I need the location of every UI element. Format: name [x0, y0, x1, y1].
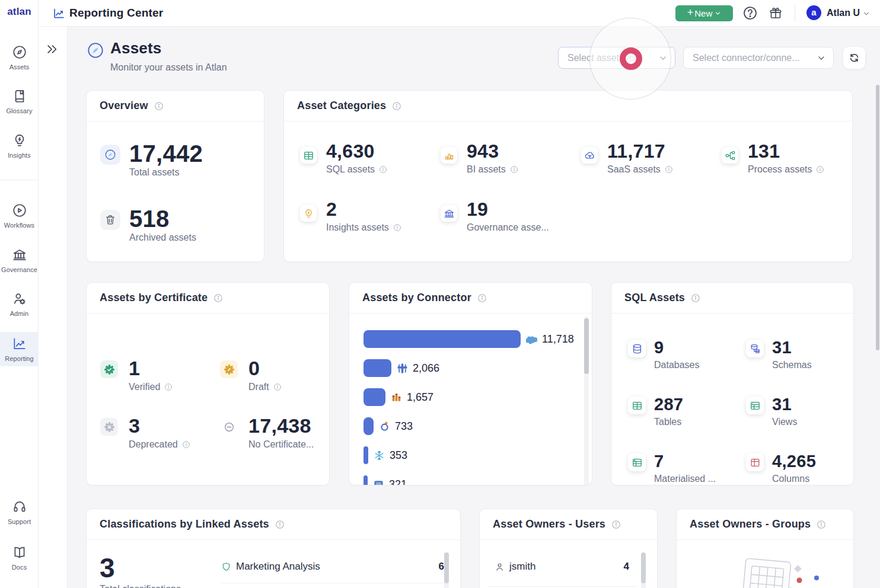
- snowflake-icon: [374, 450, 385, 461]
- stat-bi-assets: 943 BI assets: [441, 140, 581, 175]
- help-icon[interactable]: [742, 5, 758, 21]
- card-scrollbar-track[interactable]: [584, 317, 589, 485]
- connector-bar-row[interactable]: 1,657: [364, 388, 433, 406]
- app-title: Reporting Center: [69, 0, 163, 26]
- draft-badge-icon: [220, 360, 238, 378]
- info-icon[interactable]: [275, 520, 285, 529]
- stat-value: 943: [467, 140, 518, 162]
- list-divider: [221, 583, 444, 583]
- double-chevron-right-icon[interactable]: [46, 43, 59, 56]
- info-icon[interactable]: [611, 520, 621, 529]
- bar: [364, 330, 521, 348]
- stat-total-assets: 17,442 Total assets: [100, 140, 203, 178]
- bar: [364, 475, 368, 485]
- trash-icon: [100, 210, 120, 230]
- sidebar-item-docs[interactable]: Docs: [0, 544, 39, 571]
- card-scrollbar-track[interactable]: [641, 552, 646, 588]
- view-icon: [746, 397, 764, 414]
- sidebar-item-label: Reporting: [0, 355, 39, 362]
- info-icon[interactable]: [510, 165, 518, 174]
- certificates-row-2: 3 Deprecated 17,438 No Certificate...: [100, 415, 314, 450]
- connector-bar-row[interactable]: 321: [364, 475, 407, 485]
- assets-by-certificate-card: Assets by Certificate 1 Verified 0 Dr: [86, 282, 330, 485]
- sidebar-item-label: Assets: [0, 63, 39, 71]
- stat-label-text: SaaS assets: [607, 164, 661, 175]
- info-icon[interactable]: [691, 293, 700, 303]
- card-title: Classifications by Linked Assets: [100, 518, 269, 531]
- shield-icon: [221, 562, 231, 572]
- stat-draft: 0 Draft: [220, 357, 282, 392]
- chevron-down-icon: [659, 54, 667, 62]
- info-icon[interactable]: [665, 165, 673, 174]
- info-icon[interactable]: [164, 383, 173, 391]
- card-scrollbar-thumb[interactable]: [444, 552, 449, 583]
- admin-icon: [12, 291, 27, 306]
- user-menu[interactable]: Atlan U: [827, 0, 860, 26]
- stat-label: No Certificate...: [248, 439, 314, 450]
- process-icon: [722, 147, 738, 164]
- connector-bar-row[interactable]: 353: [364, 446, 407, 464]
- avatar[interactable]: a: [806, 5, 821, 20]
- stat-label: Draft: [248, 382, 282, 392]
- sidebar-item-reporting[interactable]: Reporting: [0, 332, 39, 366]
- sidebar-item-assets[interactable]: Assets: [0, 43, 39, 71]
- stat-tables: 287 Tables: [628, 395, 746, 427]
- connector-select[interactable]: Select connector/conne...: [683, 47, 834, 69]
- stat-label: Schemas: [772, 360, 812, 370]
- info-icon[interactable]: [273, 383, 282, 391]
- chevron-down-icon[interactable]: [863, 10, 870, 17]
- sidebar-item-governance[interactable]: Governance: [0, 246, 39, 273]
- table-icon: [300, 147, 317, 164]
- sidebar-item-label: Glossary: [0, 107, 39, 114]
- card-title: Asset Categories: [297, 100, 386, 112]
- info-icon[interactable]: [817, 520, 826, 529]
- columns-icon: [746, 453, 764, 471]
- stat-value: 287: [654, 395, 683, 414]
- stat-columns: 4,265 Columns: [746, 452, 864, 484]
- stat-label: Governance asse...: [467, 222, 549, 233]
- card-scrollbar-track[interactable]: [444, 552, 449, 588]
- info-icon[interactable]: [379, 165, 387, 174]
- sql-row-2: 287 Tables 31 Views: [628, 395, 864, 427]
- bar-value: 733: [395, 420, 413, 433]
- connector-bar-row[interactable]: 2,066: [364, 359, 439, 377]
- sidebar-item-admin[interactable]: Admin: [0, 290, 39, 317]
- collapsed-filter-panel: [39, 27, 68, 588]
- card-scrollbar-thumb[interactable]: [641, 552, 646, 583]
- info-icon[interactable]: [154, 101, 164, 111]
- refresh-button[interactable]: [843, 46, 866, 69]
- page-title: Assets: [110, 39, 161, 57]
- user-list-item[interactable]: jsmith 4: [495, 554, 629, 579]
- stat-databases: 9 Databases: [628, 338, 746, 370]
- sidebar-item-glossary[interactable]: Glossary: [0, 87, 39, 114]
- info-icon[interactable]: [393, 223, 401, 232]
- bar-value: 321: [389, 478, 407, 486]
- info-icon[interactable]: [816, 165, 824, 174]
- sidebar-item-workflows[interactable]: Workflows: [0, 202, 39, 229]
- new-button[interactable]: +New: [675, 5, 733, 21]
- classification-list-item[interactable]: Marketing Analysis 6: [221, 554, 444, 579]
- headset-icon: [12, 499, 27, 514]
- stat-value: 19: [467, 199, 549, 220]
- info-icon[interactable]: [213, 293, 223, 303]
- page-subtitle: Monitor your assets in Atlan: [110, 62, 227, 73]
- stat-value: 17,438: [248, 415, 314, 437]
- info-icon[interactable]: [477, 293, 487, 303]
- page-scrollbar-thumb[interactable]: [876, 85, 879, 350]
- schema-icon: [746, 340, 764, 357]
- chevron-down-icon: [715, 10, 721, 17]
- connector-bar-row[interactable]: 11,718: [364, 330, 574, 348]
- card-scrollbar-thumb[interactable]: [584, 318, 589, 374]
- compass-icon: [87, 42, 104, 59]
- sidebar-item-insights[interactable]: Insights: [0, 132, 39, 159]
- card-header: Assets by Connector: [349, 283, 592, 314]
- list-divider: [488, 586, 637, 587]
- sidebar-item-support[interactable]: Support: [0, 498, 39, 525]
- gift-icon[interactable]: [769, 6, 783, 20]
- asset-type-select[interactable]: Select asset type: [558, 47, 675, 69]
- tableau-icon: [397, 363, 408, 374]
- info-icon[interactable]: [392, 101, 401, 111]
- info-icon[interactable]: [182, 440, 190, 449]
- connector-bar-row[interactable]: 733: [364, 417, 413, 435]
- stat-views: 31 Views: [746, 395, 864, 427]
